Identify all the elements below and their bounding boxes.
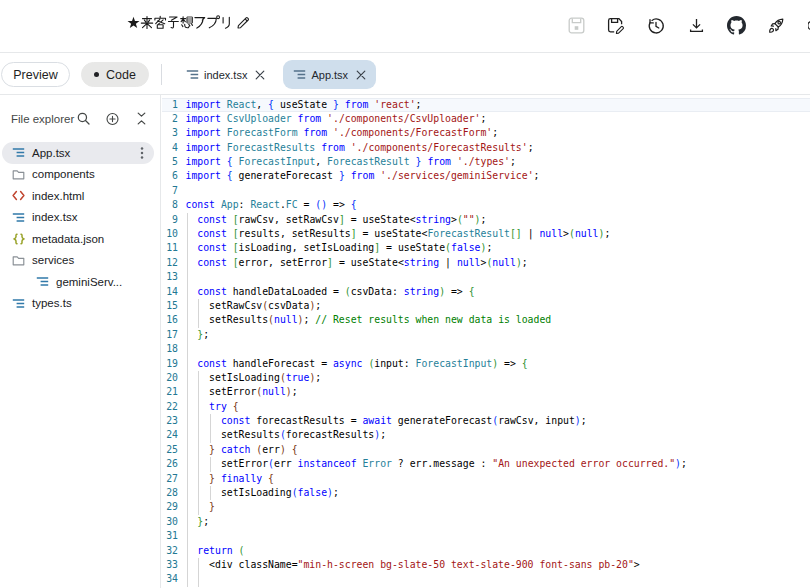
code-text: const handleForecast = async (input: For… <box>186 357 528 371</box>
line-number: 34 <box>162 572 178 586</box>
line-number: 29 <box>162 500 178 514</box>
download-button[interactable] <box>676 6 716 46</box>
code-text: setIsLoading(false); <box>186 486 339 500</box>
line-number: 10 <box>162 227 178 241</box>
file-item-menu-button[interactable] <box>135 146 148 159</box>
file-item-index-tsx[interactable]: index.tsx <box>2 207 154 229</box>
code-text: import ForecastForm from './components/F… <box>186 126 499 140</box>
code-text: }; <box>186 515 210 529</box>
add-file-icon[interactable] <box>106 112 119 125</box>
indent-guide <box>187 529 188 543</box>
code-line: 25 } catch (err) { <box>162 443 810 457</box>
file-lines-icon <box>12 211 25 224</box>
line-number: 12 <box>162 256 178 270</box>
code-text: setRawCsv(csvData); <box>186 299 322 313</box>
tab-close-button[interactable] <box>253 68 267 82</box>
line-number: 27 <box>162 472 178 486</box>
file-item-label: types.ts <box>32 297 72 309</box>
key-button[interactable] <box>796 6 810 46</box>
code-text: const [rawCsv, setRawCsv] = useState<str… <box>186 213 487 227</box>
code-line: 20 setIsLoading(true); <box>162 371 810 385</box>
save-as-button[interactable] <box>596 6 636 46</box>
save-button[interactable] <box>556 6 596 46</box>
curly-braces-icon <box>13 233 25 245</box>
code-text: <div className="min-h-screen bg-slate-50… <box>186 558 640 572</box>
file-item-geminiserv[interactable]: geminiServ... <box>2 271 154 293</box>
line-number: 23 <box>162 414 178 428</box>
rename-button[interactable] <box>236 15 251 30</box>
line-number: 31 <box>162 529 178 543</box>
line-number: 11 <box>162 241 178 255</box>
file-item-label: index.html <box>32 190 84 202</box>
save-as-icon <box>607 17 625 35</box>
tab-index-tsx[interactable]: index.tsx <box>176 60 275 89</box>
close-icon <box>255 70 265 80</box>
search-icon[interactable] <box>77 112 90 125</box>
code-line: 21 setError(null); <box>162 385 810 399</box>
file-item-types-ts[interactable]: types.ts <box>2 293 154 315</box>
close-icon <box>356 70 366 80</box>
file-lines-icon <box>293 68 306 81</box>
pencil-icon <box>236 15 251 30</box>
line-number: 2 <box>162 112 178 126</box>
line-number: 9 <box>162 213 178 227</box>
line-number: 13 <box>162 270 178 284</box>
code-line: 8const App: React.FC = () => { <box>162 198 810 212</box>
app-root: { "header": { "title": "★来客予想アプリ", "acti… <box>0 0 810 588</box>
line-number: 1 <box>162 98 178 112</box>
line-number: 18 <box>162 342 178 356</box>
file-lines-icon <box>186 68 199 81</box>
code-line: 33 <div className="min-h-screen bg-slate… <box>162 558 810 572</box>
file-explorer-actions <box>77 112 148 125</box>
line-number: 24 <box>162 428 178 442</box>
deploy-button[interactable] <box>756 6 796 46</box>
code-lines: 1import React, { useState } from 'react'… <box>162 98 810 587</box>
code-label: Code <box>106 68 136 82</box>
code-text: const [error, setError] = useState<strin… <box>186 256 528 270</box>
file-item-index-html[interactable]: index.html <box>2 185 154 207</box>
preview-toggle-button[interactable]: Preview <box>1 62 70 87</box>
code-line: 32 return ( <box>162 544 810 558</box>
save-icon <box>568 17 585 34</box>
code-toggle-button[interactable]: Code <box>81 62 149 87</box>
file-item-app-tsx[interactable]: App.tsx <box>2 142 154 164</box>
history-icon <box>647 17 665 35</box>
code-text: setError(null); <box>186 385 298 399</box>
tab-close-button[interactable] <box>354 68 368 82</box>
line-number: 33 <box>162 558 178 572</box>
file-lines-icon <box>186 68 199 81</box>
tab-label: App.tsx <box>311 69 348 81</box>
file-explorer-header: File explorer <box>0 95 160 142</box>
file-item-icon <box>12 232 25 245</box>
line-number: 22 <box>162 400 178 414</box>
code-line: 23 const forecastResults = await generat… <box>162 414 810 428</box>
line-number: 16 <box>162 313 178 327</box>
code-text: import React, { useState } from 'react'; <box>186 98 422 112</box>
collapse-all-icon[interactable] <box>135 112 148 125</box>
file-item-icon <box>12 146 25 159</box>
tab-label: index.tsx <box>204 69 247 81</box>
folder-icon <box>12 254 25 267</box>
file-item-icon <box>12 254 25 267</box>
file-list: App.tsxcomponentsindex.htmlindex.tsxmeta… <box>0 142 160 314</box>
code-text: try { <box>186 400 239 414</box>
history-button[interactable] <box>636 6 676 46</box>
file-item-components[interactable]: components <box>2 164 154 186</box>
line-number: 7 <box>162 184 178 198</box>
github-button[interactable] <box>716 6 756 46</box>
code-text: import { generateForecast } from './serv… <box>186 169 540 183</box>
line-number: 28 <box>162 486 178 500</box>
code-line: 19 const handleForecast = async (input: … <box>162 357 810 371</box>
code-text: import ForecastResults from './component… <box>186 141 534 155</box>
code-editor[interactable]: 1import React, { useState } from 'react'… <box>162 95 810 588</box>
code-text: setResults(null); // Reset results when … <box>186 313 552 327</box>
line-number: 17 <box>162 328 178 342</box>
code-text: setResults(forecastResults); <box>186 428 387 442</box>
file-item-services[interactable]: services <box>2 250 154 272</box>
tab-app-tsx[interactable]: App.tsx <box>283 60 376 89</box>
indent-guide <box>187 270 188 284</box>
file-item-label: metadata.json <box>32 233 104 245</box>
selected-dot-icon <box>94 72 99 77</box>
file-item-metadata-json[interactable]: metadata.json <box>2 228 154 250</box>
code-text: import { ForecastInput, ForecastResult }… <box>186 155 516 169</box>
